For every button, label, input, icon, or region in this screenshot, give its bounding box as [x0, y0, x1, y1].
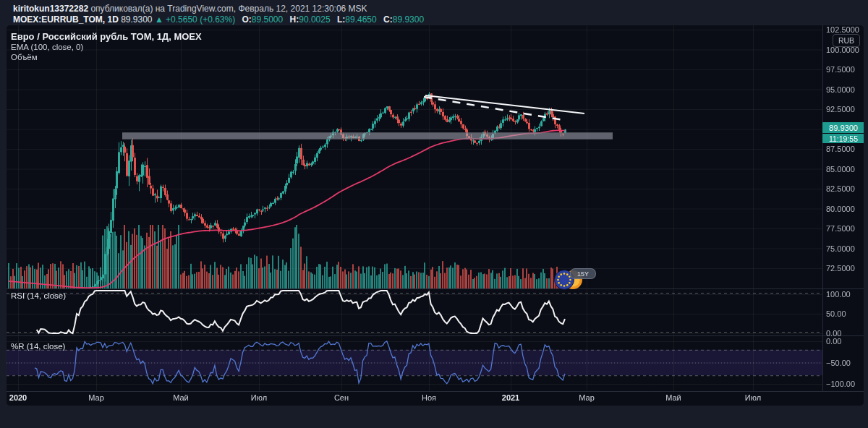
wr-axis-label: 0.00	[826, 337, 841, 346]
time-axis-label: Июл	[745, 393, 761, 402]
time-axis-label: 2021	[502, 393, 519, 402]
last-price: 89.9300	[121, 14, 152, 25]
time-axis-label: Май	[173, 393, 189, 402]
price-axis-label: 75.0000	[826, 244, 855, 253]
open-value: 89.5000	[252, 14, 283, 25]
symbol-info-line: MOEX:EURRUB_TOM, 1D 89.9300 ▲ +0.5650 (+…	[13, 14, 424, 25]
legend-volume[interactable]: Объём	[11, 53, 38, 61]
price-axis-label: 97.5000	[826, 65, 855, 74]
price-axis-label: 80.0000	[826, 205, 855, 213]
symbol-name: MOEX:EURRUB_TOM, 1D	[13, 14, 119, 25]
price-axis-label: 82.5000	[826, 184, 855, 193]
footer-bar: TradingView	[0, 405, 868, 428]
publish-text: опубликовал(а) на TradingView.com, Февра…	[90, 4, 367, 14]
close-label: C:	[383, 14, 393, 25]
username: kiritokun13372282	[13, 4, 88, 14]
open-label: O:	[242, 14, 252, 25]
rsi-pane-label[interactable]: RSI (14, close)	[11, 291, 66, 300]
price-chart-canvas[interactable]	[7, 25, 864, 406]
price-axis-label: 100.0000	[826, 46, 859, 54]
price-axis-label: 95.0000	[826, 85, 855, 94]
time-axis-label: Сен	[334, 393, 349, 402]
time-axis-label: Май	[665, 393, 681, 402]
price-axis-label: 77.5000	[826, 224, 855, 233]
high-label: H:	[290, 14, 299, 25]
legend-ema[interactable]: EMA (100, close, 0)	[11, 43, 83, 51]
low-value: 89.4650	[345, 14, 376, 25]
price-axis-label: 87.5000	[826, 145, 855, 153]
symbol-flag-badge: 15Y	[570, 268, 596, 279]
bar-countdown-badge: 11:19:55	[822, 134, 864, 143]
wr-axis-label: −50.00	[826, 359, 851, 367]
wr-axis-label: −100.00	[826, 380, 855, 388]
low-label: L:	[337, 14, 345, 25]
wr-pane-label[interactable]: %R (14, close)	[11, 342, 65, 351]
price-axis-label: 72.5000	[826, 264, 855, 273]
close-value: 89.9300	[393, 14, 424, 25]
time-axis-label: Июл	[251, 393, 267, 402]
time-axis-label: Ноя	[422, 393, 436, 402]
high-value: 90.0025	[299, 14, 330, 25]
price-axis-label: 102.5000	[826, 25, 859, 34]
last-price-badge: 89.9300	[822, 122, 864, 133]
time-axis-label: 2020	[9, 393, 27, 402]
price-axis-label: 92.5000	[826, 105, 855, 114]
rsi-axis-label: 100.00	[826, 290, 851, 299]
chart-legend-title[interactable]: Евро / Российский рубль TOM, 1Д, MOEX	[11, 31, 202, 42]
chart-frame: Евро / Российский рубль TOM, 1Д, MOEX EM…	[6, 25, 864, 406]
price-change: ▲ +0.5650 (+0.63%)	[155, 14, 235, 25]
publish-info-line: kiritokun13372282 опубликовал(а) на Trad…	[13, 4, 367, 14]
time-axis-label: Мар	[579, 393, 595, 402]
rsi-axis-label: 50.00	[826, 309, 846, 318]
price-axis-label: 85.0000	[826, 165, 855, 174]
time-axis-label: Мар	[88, 393, 104, 402]
